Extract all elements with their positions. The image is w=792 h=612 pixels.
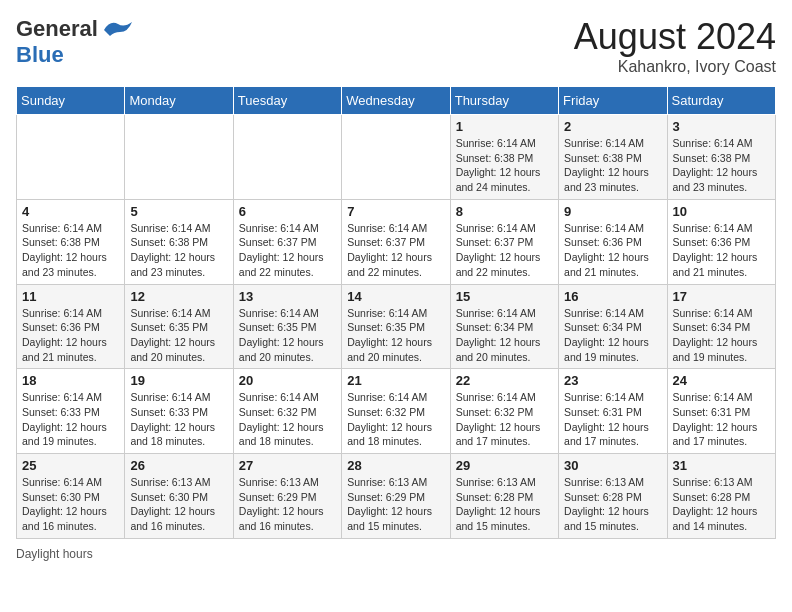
calendar-cell: 28Sunrise: 6:13 AM Sunset: 6:29 PM Dayli… bbox=[342, 454, 450, 539]
calendar-cell: 31Sunrise: 6:13 AM Sunset: 6:28 PM Dayli… bbox=[667, 454, 775, 539]
calendar-cell: 26Sunrise: 6:13 AM Sunset: 6:30 PM Dayli… bbox=[125, 454, 233, 539]
daylight-label: Daylight hours bbox=[16, 547, 93, 561]
day-info: Sunrise: 6:14 AM Sunset: 6:31 PM Dayligh… bbox=[673, 390, 770, 449]
day-info: Sunrise: 6:14 AM Sunset: 6:38 PM Dayligh… bbox=[673, 136, 770, 195]
day-info: Sunrise: 6:14 AM Sunset: 6:33 PM Dayligh… bbox=[22, 390, 119, 449]
day-number: 14 bbox=[347, 289, 444, 304]
day-number: 25 bbox=[22, 458, 119, 473]
day-number: 18 bbox=[22, 373, 119, 388]
day-info: Sunrise: 6:14 AM Sunset: 6:34 PM Dayligh… bbox=[564, 306, 661, 365]
day-info: Sunrise: 6:13 AM Sunset: 6:29 PM Dayligh… bbox=[239, 475, 336, 534]
day-number: 12 bbox=[130, 289, 227, 304]
calendar-cell: 24Sunrise: 6:14 AM Sunset: 6:31 PM Dayli… bbox=[667, 369, 775, 454]
calendar-cell: 14Sunrise: 6:14 AM Sunset: 6:35 PM Dayli… bbox=[342, 284, 450, 369]
calendar-cell: 1Sunrise: 6:14 AM Sunset: 6:38 PM Daylig… bbox=[450, 115, 558, 200]
calendar-cell: 27Sunrise: 6:13 AM Sunset: 6:29 PM Dayli… bbox=[233, 454, 341, 539]
day-info: Sunrise: 6:13 AM Sunset: 6:28 PM Dayligh… bbox=[564, 475, 661, 534]
day-number: 23 bbox=[564, 373, 661, 388]
logo-text-general: General bbox=[16, 16, 98, 42]
day-number: 8 bbox=[456, 204, 553, 219]
calendar-cell: 8Sunrise: 6:14 AM Sunset: 6:37 PM Daylig… bbox=[450, 199, 558, 284]
day-info: Sunrise: 6:14 AM Sunset: 6:38 PM Dayligh… bbox=[22, 221, 119, 280]
day-number: 7 bbox=[347, 204, 444, 219]
calendar-title-block: August 2024 Kahankro, Ivory Coast bbox=[574, 16, 776, 76]
day-info: Sunrise: 6:13 AM Sunset: 6:28 PM Dayligh… bbox=[673, 475, 770, 534]
calendar-week-row: 25Sunrise: 6:14 AM Sunset: 6:30 PM Dayli… bbox=[17, 454, 776, 539]
day-info: Sunrise: 6:14 AM Sunset: 6:30 PM Dayligh… bbox=[22, 475, 119, 534]
calendar-cell bbox=[233, 115, 341, 200]
day-info: Sunrise: 6:14 AM Sunset: 6:34 PM Dayligh… bbox=[456, 306, 553, 365]
day-number: 6 bbox=[239, 204, 336, 219]
calendar-cell: 2Sunrise: 6:14 AM Sunset: 6:38 PM Daylig… bbox=[559, 115, 667, 200]
calendar-cell: 4Sunrise: 6:14 AM Sunset: 6:38 PM Daylig… bbox=[17, 199, 125, 284]
calendar-cell: 9Sunrise: 6:14 AM Sunset: 6:36 PM Daylig… bbox=[559, 199, 667, 284]
calendar-cell: 3Sunrise: 6:14 AM Sunset: 6:38 PM Daylig… bbox=[667, 115, 775, 200]
day-number: 10 bbox=[673, 204, 770, 219]
day-number: 24 bbox=[673, 373, 770, 388]
day-number: 13 bbox=[239, 289, 336, 304]
day-info: Sunrise: 6:14 AM Sunset: 6:35 PM Dayligh… bbox=[347, 306, 444, 365]
calendar-week-row: 18Sunrise: 6:14 AM Sunset: 6:33 PM Dayli… bbox=[17, 369, 776, 454]
day-number: 4 bbox=[22, 204, 119, 219]
day-number: 31 bbox=[673, 458, 770, 473]
day-number: 9 bbox=[564, 204, 661, 219]
day-info: Sunrise: 6:14 AM Sunset: 6:34 PM Dayligh… bbox=[673, 306, 770, 365]
day-of-week-header: Thursday bbox=[450, 87, 558, 115]
day-number: 15 bbox=[456, 289, 553, 304]
calendar-cell: 19Sunrise: 6:14 AM Sunset: 6:33 PM Dayli… bbox=[125, 369, 233, 454]
day-number: 3 bbox=[673, 119, 770, 134]
day-info: Sunrise: 6:14 AM Sunset: 6:37 PM Dayligh… bbox=[347, 221, 444, 280]
day-info: Sunrise: 6:14 AM Sunset: 6:38 PM Dayligh… bbox=[564, 136, 661, 195]
day-info: Sunrise: 6:14 AM Sunset: 6:35 PM Dayligh… bbox=[130, 306, 227, 365]
calendar-cell: 6Sunrise: 6:14 AM Sunset: 6:37 PM Daylig… bbox=[233, 199, 341, 284]
day-info: Sunrise: 6:13 AM Sunset: 6:30 PM Dayligh… bbox=[130, 475, 227, 534]
day-info: Sunrise: 6:14 AM Sunset: 6:36 PM Dayligh… bbox=[673, 221, 770, 280]
day-number: 30 bbox=[564, 458, 661, 473]
day-of-week-header: Saturday bbox=[667, 87, 775, 115]
calendar-cell: 21Sunrise: 6:14 AM Sunset: 6:32 PM Dayli… bbox=[342, 369, 450, 454]
day-info: Sunrise: 6:13 AM Sunset: 6:29 PM Dayligh… bbox=[347, 475, 444, 534]
day-number: 11 bbox=[22, 289, 119, 304]
day-number: 21 bbox=[347, 373, 444, 388]
calendar-cell: 10Sunrise: 6:14 AM Sunset: 6:36 PM Dayli… bbox=[667, 199, 775, 284]
calendar-table: SundayMondayTuesdayWednesdayThursdayFrid… bbox=[16, 86, 776, 539]
day-number: 19 bbox=[130, 373, 227, 388]
day-of-week-header: Tuesday bbox=[233, 87, 341, 115]
day-info: Sunrise: 6:14 AM Sunset: 6:38 PM Dayligh… bbox=[130, 221, 227, 280]
day-info: Sunrise: 6:14 AM Sunset: 6:32 PM Dayligh… bbox=[347, 390, 444, 449]
day-number: 20 bbox=[239, 373, 336, 388]
day-number: 2 bbox=[564, 119, 661, 134]
day-info: Sunrise: 6:14 AM Sunset: 6:36 PM Dayligh… bbox=[22, 306, 119, 365]
calendar-cell: 11Sunrise: 6:14 AM Sunset: 6:36 PM Dayli… bbox=[17, 284, 125, 369]
day-info: Sunrise: 6:14 AM Sunset: 6:36 PM Dayligh… bbox=[564, 221, 661, 280]
calendar-cell bbox=[342, 115, 450, 200]
calendar-cell: 5Sunrise: 6:14 AM Sunset: 6:38 PM Daylig… bbox=[125, 199, 233, 284]
calendar-cell: 16Sunrise: 6:14 AM Sunset: 6:34 PM Dayli… bbox=[559, 284, 667, 369]
calendar-cell: 30Sunrise: 6:13 AM Sunset: 6:28 PM Dayli… bbox=[559, 454, 667, 539]
logo-bird-icon bbox=[102, 18, 134, 40]
day-info: Sunrise: 6:14 AM Sunset: 6:37 PM Dayligh… bbox=[239, 221, 336, 280]
calendar-title: August 2024 bbox=[574, 16, 776, 58]
calendar-cell: 12Sunrise: 6:14 AM Sunset: 6:35 PM Dayli… bbox=[125, 284, 233, 369]
day-number: 29 bbox=[456, 458, 553, 473]
calendar-cell: 7Sunrise: 6:14 AM Sunset: 6:37 PM Daylig… bbox=[342, 199, 450, 284]
day-number: 5 bbox=[130, 204, 227, 219]
page-header: General Blue August 2024 Kahankro, Ivory… bbox=[16, 16, 776, 76]
calendar-cell: 29Sunrise: 6:13 AM Sunset: 6:28 PM Dayli… bbox=[450, 454, 558, 539]
day-number: 16 bbox=[564, 289, 661, 304]
calendar-cell: 13Sunrise: 6:14 AM Sunset: 6:35 PM Dayli… bbox=[233, 284, 341, 369]
calendar-cell: 17Sunrise: 6:14 AM Sunset: 6:34 PM Dayli… bbox=[667, 284, 775, 369]
day-info: Sunrise: 6:14 AM Sunset: 6:38 PM Dayligh… bbox=[456, 136, 553, 195]
day-info: Sunrise: 6:14 AM Sunset: 6:33 PM Dayligh… bbox=[130, 390, 227, 449]
day-of-week-header: Wednesday bbox=[342, 87, 450, 115]
day-info: Sunrise: 6:14 AM Sunset: 6:37 PM Dayligh… bbox=[456, 221, 553, 280]
day-number: 27 bbox=[239, 458, 336, 473]
calendar-cell: 23Sunrise: 6:14 AM Sunset: 6:31 PM Dayli… bbox=[559, 369, 667, 454]
day-of-week-header: Sunday bbox=[17, 87, 125, 115]
calendar-cell: 20Sunrise: 6:14 AM Sunset: 6:32 PM Dayli… bbox=[233, 369, 341, 454]
day-number: 1 bbox=[456, 119, 553, 134]
day-number: 22 bbox=[456, 373, 553, 388]
calendar-cell: 15Sunrise: 6:14 AM Sunset: 6:34 PM Dayli… bbox=[450, 284, 558, 369]
calendar-header-row: SundayMondayTuesdayWednesdayThursdayFrid… bbox=[17, 87, 776, 115]
day-number: 26 bbox=[130, 458, 227, 473]
